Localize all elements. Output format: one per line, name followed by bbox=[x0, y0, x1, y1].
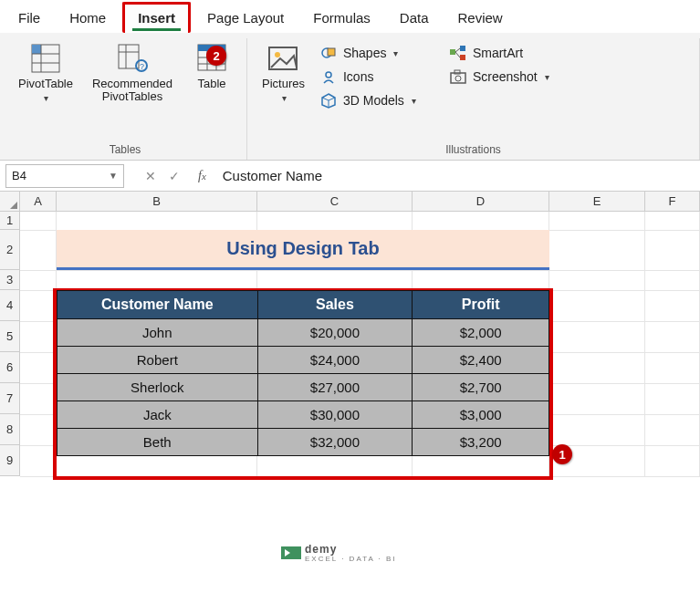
pivottable-button[interactable]: PivotTable ▾ bbox=[13, 38, 78, 107]
icons-button[interactable]: Icons bbox=[318, 66, 418, 88]
tab-page-layout[interactable]: Page Layout bbox=[194, 5, 297, 33]
table-cell[interactable]: Jack bbox=[57, 401, 258, 429]
tab-formulas[interactable]: Formulas bbox=[300, 5, 383, 33]
callout-badge-2: 2 bbox=[206, 46, 226, 66]
table-cell[interactable]: $2,000 bbox=[413, 319, 549, 347]
svg-rect-19 bbox=[328, 48, 335, 56]
chevron-down-icon: ▾ bbox=[412, 96, 416, 106]
table-cell[interactable]: $3,000 bbox=[413, 401, 549, 429]
row-header[interactable]: 8 bbox=[0, 414, 20, 445]
table-row[interactable]: Sherlock$27,000$2,700 bbox=[57, 374, 549, 401]
table-cell[interactable]: $3,200 bbox=[413, 429, 549, 456]
watermark: demy EXCEL · DATA · BI bbox=[281, 543, 397, 563]
shapes-button[interactable]: Shapes▾ bbox=[318, 42, 418, 64]
table-header: Sales bbox=[257, 291, 413, 319]
chevron-down-icon: ▾ bbox=[545, 72, 549, 82]
worksheet[interactable]: A B C D E F 1 2 3 4 5 6 7 8 9 Using Desi… bbox=[0, 192, 700, 584]
tab-file[interactable]: File bbox=[5, 5, 53, 33]
row-header[interactable]: 9 bbox=[0, 445, 20, 476]
fx-icon[interactable]: fx bbox=[191, 169, 214, 183]
ribbon-tabs: File Home Insert Page Layout Formulas Da… bbox=[0, 0, 700, 33]
name-box-value: B4 bbox=[12, 169, 26, 182]
watermark-tagline: EXCEL · DATA · BI bbox=[305, 556, 397, 563]
table-cell[interactable]: Beth bbox=[57, 429, 258, 456]
enter-icon[interactable]: ✓ bbox=[169, 169, 180, 183]
tab-label: Formulas bbox=[313, 10, 371, 26]
row-header[interactable]: 5 bbox=[0, 321, 20, 352]
svg-rect-23 bbox=[450, 49, 455, 55]
tab-home[interactable]: Home bbox=[57, 5, 119, 33]
button-label: SmartArt bbox=[473, 46, 523, 60]
3d-models-button[interactable]: 3D Models▾ bbox=[318, 89, 418, 111]
tab-review[interactable]: Review bbox=[445, 5, 516, 33]
group-label: Illustrations bbox=[445, 143, 501, 156]
button-label: PivotTable bbox=[18, 78, 73, 90]
column-headers: A B C D E F bbox=[0, 192, 700, 212]
col-header[interactable]: F bbox=[645, 192, 700, 212]
formula-bar-buttons: ✕ ✓ bbox=[134, 169, 191, 183]
callout-badge-1: 1 bbox=[552, 444, 572, 464]
col-header[interactable]: A bbox=[20, 192, 57, 212]
tab-label: Home bbox=[69, 10, 106, 26]
cancel-icon[interactable]: ✕ bbox=[145, 169, 156, 183]
col-header[interactable]: C bbox=[257, 192, 413, 212]
col-header[interactable]: B bbox=[57, 192, 257, 212]
illustrations-list-2: SmartArt Screenshot▾ bbox=[444, 38, 555, 91]
smartart-button[interactable]: SmartArt bbox=[447, 42, 551, 64]
table-row[interactable]: Jack$30,000$3,000 bbox=[57, 401, 549, 429]
table-cell[interactable]: $2,700 bbox=[413, 374, 549, 401]
button-label: Recommended bbox=[92, 77, 172, 90]
table-header: Profit bbox=[413, 291, 549, 319]
recommended-pivottables-button[interactable]: ? RecommendedPivotTables bbox=[82, 38, 183, 107]
tab-data[interactable]: Data bbox=[387, 5, 442, 33]
row-headers: 1 2 3 4 5 6 7 8 9 bbox=[0, 212, 20, 584]
table-cell[interactable]: Sherlock bbox=[57, 374, 258, 401]
row-header[interactable]: 3 bbox=[0, 270, 20, 290]
formula-bar[interactable]: Customer Name bbox=[214, 168, 700, 183]
callout-text: 1 bbox=[559, 448, 565, 462]
svg-text:?: ? bbox=[140, 62, 144, 71]
row-header[interactable]: 4 bbox=[0, 290, 20, 321]
table-cell[interactable]: Robert bbox=[57, 347, 258, 374]
smartart-icon bbox=[449, 44, 467, 62]
table-cell[interactable]: $27,000 bbox=[257, 374, 413, 401]
pictures-button[interactable]: Pictures ▾ bbox=[256, 38, 310, 107]
row-header[interactable]: 7 bbox=[0, 383, 20, 414]
table-cell[interactable]: John bbox=[57, 319, 258, 347]
table-row[interactable]: John$20,000$2,000 bbox=[57, 319, 549, 347]
row-header[interactable]: 2 bbox=[0, 230, 20, 270]
button-label: Screenshot bbox=[473, 69, 538, 84]
row-header[interactable]: 1 bbox=[0, 212, 20, 230]
table-row[interactable]: Beth$32,000$3,200 bbox=[57, 429, 549, 456]
select-all-corner[interactable] bbox=[0, 192, 20, 212]
button-label: Icons bbox=[343, 69, 373, 84]
col-header[interactable]: D bbox=[413, 192, 549, 212]
name-box[interactable]: B4 ▼ bbox=[5, 164, 124, 188]
chevron-down-icon: ▾ bbox=[282, 93, 287, 103]
svg-point-17 bbox=[275, 52, 280, 57]
watermark-brand: demy bbox=[305, 543, 397, 556]
icons-icon bbox=[319, 68, 338, 86]
formula-bar-row: B4 ▼ ✕ ✓ fx Customer Name bbox=[0, 161, 700, 192]
button-label: Table bbox=[197, 78, 225, 90]
table-row[interactable]: Robert$24,000$2,400 bbox=[57, 347, 549, 374]
ribbon-body: PivotTable ▾ ? RecommendedPivotTables Ta… bbox=[0, 33, 700, 161]
table-cell[interactable]: $24,000 bbox=[257, 347, 413, 374]
col-header[interactable]: E bbox=[549, 192, 645, 212]
pivottable-icon bbox=[29, 42, 62, 75]
tab-label: Data bbox=[400, 10, 429, 26]
camera-icon bbox=[449, 68, 467, 86]
recommended-pivottable-icon: ? bbox=[116, 42, 149, 75]
cube-icon bbox=[319, 91, 338, 109]
screenshot-button[interactable]: Screenshot▾ bbox=[447, 66, 551, 88]
table-cell[interactable]: $2,400 bbox=[413, 347, 549, 374]
tab-label: File bbox=[18, 10, 40, 26]
table-cell[interactable]: $32,000 bbox=[257, 429, 413, 456]
data-table: Customer NameSalesProfit John$20,000$2,0… bbox=[57, 290, 549, 456]
tab-insert[interactable]: Insert bbox=[122, 2, 191, 33]
chevron-down-icon: ▼ bbox=[109, 171, 118, 181]
table-cell[interactable]: $30,000 bbox=[257, 401, 413, 429]
row-header[interactable]: 6 bbox=[0, 352, 20, 383]
table-cell[interactable]: $20,000 bbox=[257, 319, 413, 347]
button-label: Pictures bbox=[262, 78, 305, 90]
